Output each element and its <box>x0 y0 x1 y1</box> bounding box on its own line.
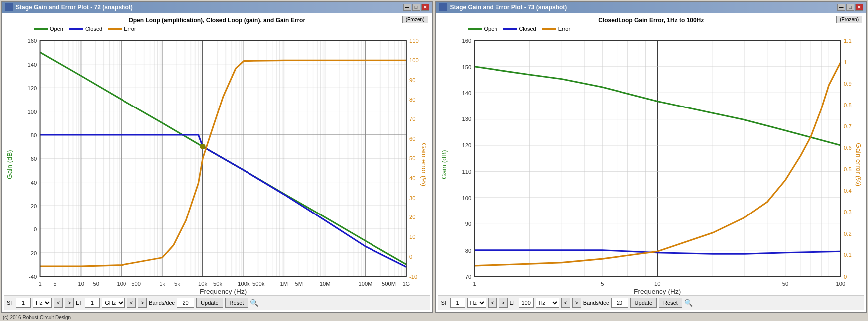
reset-btn-73[interactable]: Reset <box>659 298 682 308</box>
sf-next-btn-73[interactable]: > <box>499 298 508 308</box>
chart-title-73: ClosedLoop Gain Error, 1Hz to 100Hz (Fro… <box>438 15 865 25</box>
svg-text:10: 10 <box>654 281 660 287</box>
legend-error-73: Error <box>542 26 570 32</box>
legend-open-line-72 <box>34 28 48 30</box>
frozen-btn-73[interactable]: (Frozen) <box>836 16 862 23</box>
svg-text:5: 5 <box>601 281 604 287</box>
minimize-btn-72[interactable]: — <box>403 4 411 11</box>
svg-text:100k: 100k <box>238 281 250 287</box>
close-btn-72[interactable]: ✕ <box>421 4 429 11</box>
legend-72: Open Closed Error <box>4 25 430 34</box>
svg-text:50k: 50k <box>213 281 222 287</box>
svg-text:0.2: 0.2 <box>844 231 852 237</box>
bands-input-72[interactable] <box>177 298 194 308</box>
legend-open-label-72: Open <box>50 26 63 32</box>
legend-73: Open Closed Error <box>438 25 865 34</box>
svg-text:150: 150 <box>462 64 471 70</box>
svg-text:5M: 5M <box>295 281 303 287</box>
svg-text:0.1: 0.1 <box>844 252 852 258</box>
svg-text:160: 160 <box>28 38 37 44</box>
sf-label-72: SF <box>7 300 14 306</box>
ef-unit-select-73[interactable]: Hz GHz MHz kHz <box>536 298 559 308</box>
sf-next-btn-72[interactable]: > <box>65 298 74 308</box>
update-btn-72[interactable]: Update <box>196 298 223 308</box>
svg-text:-40: -40 <box>29 274 37 280</box>
footer: (c) 2016 Robust Circuit Design <box>0 314 868 321</box>
svg-text:1: 1 <box>38 281 41 287</box>
legend-closed-73: Closed <box>503 26 536 32</box>
ef-next-btn-72[interactable]: > <box>138 298 147 308</box>
reset-btn-72[interactable]: Reset <box>225 298 248 308</box>
svg-text:1: 1 <box>844 59 847 65</box>
svg-text:Gain (dB): Gain (dB) <box>6 150 13 179</box>
legend-error-label-72: Error <box>124 26 136 32</box>
svg-text:500k: 500k <box>252 281 265 287</box>
svg-text:10: 10 <box>78 281 84 287</box>
svg-text:Gain error (%): Gain error (%) <box>420 143 428 186</box>
maximize-btn-73[interactable]: □ <box>846 4 854 11</box>
close-btn-73[interactable]: ✕ <box>855 4 863 11</box>
legend-closed-label-72: Closed <box>85 26 102 32</box>
svg-text:0: 0 <box>409 254 412 260</box>
footer-text: (c) 2016 Robust Circuit Design <box>3 315 71 320</box>
legend-error-label-73: Error <box>558 26 570 32</box>
ef-input-73[interactable] <box>519 298 534 308</box>
svg-text:10k: 10k <box>198 281 207 287</box>
bands-input-73[interactable] <box>611 298 628 308</box>
svg-text:0.5: 0.5 <box>844 166 852 172</box>
sf-unit-select-72[interactable]: Hz <box>33 298 52 308</box>
minimize-btn-73[interactable]: — <box>837 4 845 11</box>
title-bar-73: Stage Gain and Error Plot - 73 (snapshot… <box>436 2 867 13</box>
window-content-73: ClosedLoop Gain Error, 1Hz to 100Hz (Fro… <box>436 13 867 312</box>
svg-text:0: 0 <box>34 226 37 232</box>
legend-open-label-73: Open <box>484 26 497 32</box>
svg-text:60: 60 <box>31 156 37 162</box>
chart-area-73: Gain (dB) Gain error (%) <box>440 34 863 295</box>
sf-prev-btn-72[interactable]: < <box>54 298 63 308</box>
svg-text:100: 100 <box>28 109 37 115</box>
ef-prev-btn-72[interactable]: < <box>127 298 136 308</box>
svg-text:20: 20 <box>409 214 415 220</box>
svg-text:110: 110 <box>409 38 419 44</box>
ef-next-btn-73[interactable]: > <box>572 298 581 308</box>
svg-text:30: 30 <box>409 195 415 201</box>
ef-input-72[interactable] <box>85 298 100 308</box>
ef-unit-select-72[interactable]: GHz MHz kHz Hz <box>102 298 125 308</box>
maximize-btn-72[interactable]: □ <box>412 4 420 11</box>
frozen-btn-72[interactable]: (Frozen) <box>402 16 428 23</box>
svg-text:80: 80 <box>409 97 415 103</box>
ef-prev-btn-73[interactable]: < <box>561 298 570 308</box>
sf-input-73[interactable] <box>450 298 465 308</box>
sf-unit-select-73[interactable]: Hz <box>467 298 486 308</box>
sf-prev-btn-73[interactable]: < <box>488 298 497 308</box>
svg-text:40: 40 <box>31 180 37 186</box>
svg-text:110: 110 <box>462 169 471 175</box>
window-73: Stage Gain and Error Plot - 73 (snapshot… <box>435 1 868 313</box>
svg-text:100M: 100M <box>359 281 372 287</box>
svg-text:70: 70 <box>409 116 415 122</box>
update-btn-73[interactable]: Update <box>630 298 657 308</box>
search-icon-72[interactable]: 🔍 <box>250 299 258 307</box>
svg-text:50: 50 <box>409 155 415 161</box>
sf-input-72[interactable] <box>16 298 31 308</box>
ef-label-72: EF <box>76 300 83 306</box>
window-72: Stage Gain and Error Plot - 72 (snapshot… <box>1 1 433 313</box>
legend-closed-line-72 <box>69 28 83 30</box>
window-title-72: Stage Gain and Error Plot - 72 (snapshot… <box>16 4 133 11</box>
svg-text:1M: 1M <box>280 281 288 287</box>
svg-text:Frequency (Hz): Frequency (Hz) <box>200 288 247 295</box>
search-icon-73[interactable]: 🔍 <box>684 299 693 307</box>
svg-text:0.6: 0.6 <box>844 145 852 151</box>
legend-open-72: Open <box>34 26 63 32</box>
svg-text:70: 70 <box>465 274 471 280</box>
legend-error-line-73 <box>542 28 556 30</box>
svg-text:100: 100 <box>117 281 126 287</box>
chart-svg-73: Gain (dB) Gain error (%) <box>440 34 863 295</box>
svg-text:90: 90 <box>465 221 471 227</box>
svg-text:1: 1 <box>473 281 476 287</box>
svg-text:20: 20 <box>31 203 37 209</box>
svg-text:5: 5 <box>53 281 56 287</box>
svg-text:130: 130 <box>462 116 471 122</box>
svg-text:80: 80 <box>465 248 471 254</box>
svg-text:50: 50 <box>782 281 788 287</box>
